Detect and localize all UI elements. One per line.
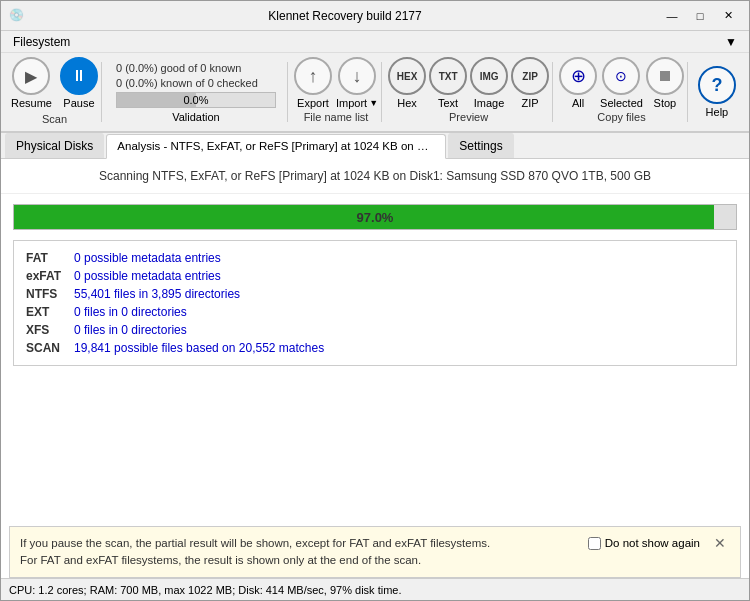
result-value-fat: 0 possible metadata entries [74, 251, 221, 265]
title-bar: 💿 Klennet Recovery build 2177 — □ ✕ [1, 1, 749, 31]
selected-label: Selected [600, 97, 643, 109]
status-text: CPU: 1.2 cores; RAM: 700 MB, max 1022 MB… [9, 584, 401, 596]
main-progress-bar: 97.0% [13, 204, 737, 230]
notification-line1: If you pause the scan, the partial resul… [20, 537, 490, 549]
toolbar-filelist-group: ↑ Export ↓ Import ▼ File name list [290, 57, 382, 127]
result-row-ntfs: NTFS 55,401 files in 3,895 directories [26, 285, 724, 303]
txt-button[interactable]: TXT [429, 57, 467, 95]
toolbar: ▶ Resume ⏸ Pause Scan 0 (0.0%) good of 0… [1, 53, 749, 133]
notification-bar: If you pause the scan, the partial resul… [9, 526, 741, 579]
hex-label: Hex [397, 97, 417, 109]
status-bar: CPU: 1.2 cores; RAM: 700 MB, max 1022 MB… [1, 578, 749, 600]
stop-label: Stop [654, 97, 677, 109]
scan-description: Scanning NTFS, ExFAT, or ReFS [Primary] … [1, 159, 749, 194]
scan-results-panel: FAT 0 possible metadata entries exFAT 0 … [13, 240, 737, 366]
pause-label: Pause [63, 97, 94, 109]
result-value-exfat: 0 possible metadata entries [74, 269, 221, 283]
result-type-xfs: XFS [26, 323, 66, 337]
notification-line2: For FAT and exFAT filesystems, the resul… [20, 554, 421, 566]
app-window: 💿 Klennet Recovery build 2177 — □ ✕ File… [0, 0, 750, 601]
validation-line2: 0 (0.0%) known of 0 checked [116, 77, 276, 89]
tab-analysis[interactable]: Analysis - NTFS, ExFAT, or ReFS [Primary… [106, 134, 446, 159]
resume-button[interactable]: ▶ [12, 57, 50, 95]
result-row-xfs: XFS 0 files in 0 directories [26, 321, 724, 339]
help-button[interactable]: ? [698, 66, 736, 104]
toolbar-help-group: ? Help [690, 57, 740, 127]
resume-label: Resume [11, 97, 52, 109]
notification-text: If you pause the scan, the partial resul… [20, 535, 578, 570]
notification-close-button[interactable]: ✕ [710, 535, 730, 551]
copyfiles-label: Copy files [597, 111, 645, 123]
result-value-scan: 19,841 possible files based on 20,552 ma… [74, 341, 324, 355]
resume-pause-icons: ▶ Resume ⏸ Pause [11, 57, 98, 109]
result-type-ext: EXT [26, 305, 66, 319]
scan-group-label: Scan [42, 113, 67, 125]
hex-button[interactable]: HEX [388, 57, 426, 95]
result-row-fat: FAT 0 possible metadata entries [26, 249, 724, 267]
img-button[interactable]: IMG [470, 57, 508, 95]
tab-physical-disks[interactable]: Physical Disks [5, 133, 104, 158]
zip-label: ZIP [522, 97, 539, 109]
title-bar-text: Klennet Recovery build 2177 [31, 9, 659, 23]
img-label: Image [474, 97, 505, 109]
result-value-xfs: 0 files in 0 directories [74, 323, 187, 337]
app-icon: 💿 [9, 8, 25, 24]
stop-copy-button[interactable]: ⏹ [646, 57, 684, 95]
validation-label: Validation [116, 111, 276, 123]
export-button[interactable]: ↑ [294, 57, 332, 95]
title-bar-controls: — □ ✕ [659, 6, 741, 26]
result-type-scan: SCAN [26, 341, 66, 355]
tab-analysis-label: Analysis - NTFS, ExFAT, or ReFS [Primary… [117, 140, 446, 152]
minimize-button[interactable]: — [659, 6, 685, 26]
all-copy-button[interactable]: ⊕ [559, 57, 597, 95]
validation-line1: 0 (0.0%) good of 0 known [116, 62, 276, 74]
validation-progress-text: 0.0% [117, 93, 275, 107]
selected-copy-button[interactable]: ⊙ [602, 57, 640, 95]
notification-checkbox-area: Do not show again [588, 535, 700, 550]
result-type-ntfs: NTFS [26, 287, 66, 301]
validation-progress-bar: 0.0% [116, 92, 276, 108]
do-not-show-checkbox[interactable] [588, 537, 601, 550]
txt-label: Text [438, 97, 458, 109]
result-row-ext: EXT 0 files in 0 directories [26, 303, 724, 321]
pause-button[interactable]: ⏸ [60, 57, 98, 95]
result-type-fat: FAT [26, 251, 66, 265]
import-button[interactable]: ↓ [338, 57, 376, 95]
toolbar-copyfiles-group: ⊕ All ⊙ Selected ⏹ Stop Copy files [555, 57, 688, 127]
all-label: All [572, 97, 584, 109]
do-not-show-label: Do not show again [605, 537, 700, 549]
menu-filesystem[interactable]: Filesystem [5, 33, 78, 51]
maximize-button[interactable]: □ [687, 6, 713, 26]
result-row-scan: SCAN 19,841 possible files based on 20,5… [26, 339, 724, 357]
result-type-exfat: exFAT [26, 269, 66, 283]
result-value-ext: 0 files in 0 directories [74, 305, 187, 319]
preview-label: Preview [449, 111, 488, 123]
result-row-exfat: exFAT 0 possible metadata entries [26, 267, 724, 285]
import-label: Import [336, 97, 367, 109]
help-label: Help [706, 106, 729, 118]
export-label: Export [297, 97, 329, 109]
toolbar-validation-group: 0 (0.0%) good of 0 known 0 (0.0%) known … [104, 57, 288, 127]
close-button[interactable]: ✕ [715, 6, 741, 26]
tabs-bar: Physical Disks Analysis - NTFS, ExFAT, o… [1, 133, 749, 159]
toolbar-preview-group: HEX Hex TXT Text IMG Image ZIP ZIP Previ… [384, 57, 553, 127]
zip-button[interactable]: ZIP [511, 57, 549, 95]
toolbar-scan-group: ▶ Resume ⏸ Pause Scan [7, 57, 102, 127]
result-value-ntfs: 55,401 files in 3,895 directories [74, 287, 240, 301]
main-progress-text: 97.0% [14, 205, 736, 229]
menu-bar: Filesystem ▼ [1, 31, 749, 53]
menu-arrow: ▼ [725, 35, 745, 49]
tab-settings[interactable]: Settings [448, 133, 513, 158]
filelist-label: File name list [304, 111, 369, 123]
import-arrow: ▼ [369, 98, 378, 108]
